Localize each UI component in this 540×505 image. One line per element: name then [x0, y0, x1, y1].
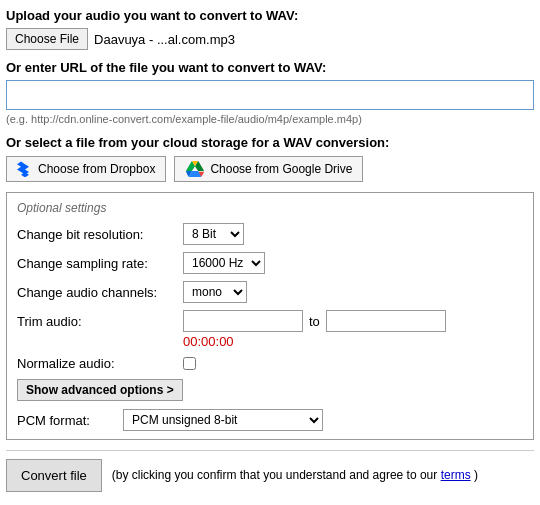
timer-display: 00:00:00 — [17, 334, 523, 349]
gdrive-icon — [185, 161, 205, 177]
file-name-display: Daavuya - ...al.com.mp3 — [94, 32, 235, 47]
upload-row: Choose File Daavuya - ...al.com.mp3 — [6, 28, 534, 50]
normalize-checkbox[interactable] — [183, 357, 196, 370]
bit-resolution-select[interactable]: 8 Bit 16 Bit 24 Bit 32 Bit — [183, 223, 244, 245]
bit-resolution-row: Change bit resolution: 8 Bit 16 Bit 24 B… — [17, 223, 523, 245]
audio-channels-row: Change audio channels: mono stereo — [17, 281, 523, 303]
trim-end-input[interactable] — [326, 310, 446, 332]
pcm-format-row: PCM format: PCM unsigned 8-bit PCM signe… — [17, 409, 523, 431]
sampling-rate-label: Change sampling rate: — [17, 256, 177, 271]
convert-button[interactable]: Convert file — [6, 459, 102, 492]
convert-notice-text: (by clicking you confirm that you unders… — [112, 468, 438, 482]
sampling-rate-row: Change sampling rate: 8000 Hz 11025 Hz 1… — [17, 252, 523, 274]
upload-label: Upload your audio you want to convert to… — [6, 8, 534, 23]
normalize-row: Normalize audio: — [17, 356, 523, 371]
gdrive-btn-label: Choose from Google Drive — [210, 162, 352, 176]
trim-start-input[interactable] — [183, 310, 303, 332]
url-input[interactable] — [6, 80, 534, 110]
convert-row: Convert file (by clicking you confirm th… — [6, 450, 534, 492]
terms-link[interactable]: terms — [441, 468, 471, 482]
pcm-format-select[interactable]: PCM unsigned 8-bit PCM signed 8-bit PCM … — [123, 409, 323, 431]
convert-notice-end: ) — [474, 468, 478, 482]
gdrive-button[interactable]: Choose from Google Drive — [174, 156, 363, 182]
optional-settings-title: Optional settings — [17, 201, 523, 215]
url-example: (e.g. http://cdn.online-convert.com/exam… — [6, 113, 534, 125]
page-wrapper: Upload your audio you want to convert to… — [0, 0, 540, 500]
sampling-rate-select[interactable]: 8000 Hz 11025 Hz 16000 Hz 22050 Hz 44100… — [183, 252, 265, 274]
url-section-label: Or enter URL of the file you want to con… — [6, 60, 534, 75]
trim-to-label: to — [309, 314, 320, 329]
optional-settings-box: Optional settings Change bit resolution:… — [6, 192, 534, 440]
convert-notice: (by clicking you confirm that you unders… — [112, 467, 478, 484]
dropbox-btn-label: Choose from Dropbox — [38, 162, 155, 176]
audio-channels-select[interactable]: mono stereo — [183, 281, 247, 303]
bit-resolution-label: Change bit resolution: — [17, 227, 177, 242]
dropbox-icon — [17, 161, 33, 177]
audio-channels-label: Change audio channels: — [17, 285, 177, 300]
choose-file-button[interactable]: Choose File — [6, 28, 88, 50]
trim-audio-label: Trim audio: — [17, 314, 177, 329]
dropbox-button[interactable]: Choose from Dropbox — [6, 156, 166, 182]
show-advanced-button[interactable]: Show advanced options > — [17, 379, 183, 401]
cloud-section-label: Or select a file from your cloud storage… — [6, 135, 534, 150]
normalize-label: Normalize audio: — [17, 356, 177, 371]
pcm-format-label: PCM format: — [17, 413, 117, 428]
cloud-buttons: Choose from Dropbox Choose from Google D… — [6, 156, 534, 182]
trim-audio-row: Trim audio: to — [17, 310, 523, 332]
